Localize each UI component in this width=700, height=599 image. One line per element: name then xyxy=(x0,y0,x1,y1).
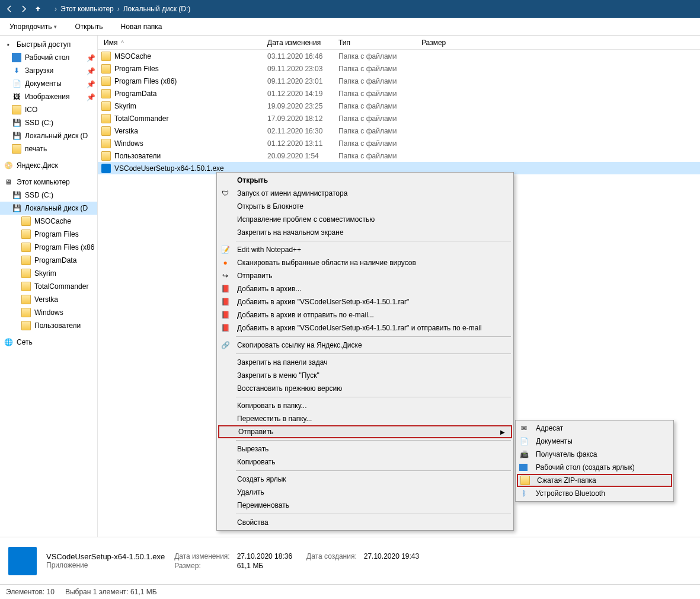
menu-pin-start[interactable]: Закрепить на начальном экране xyxy=(218,226,512,239)
column-name[interactable]: Имя^ xyxy=(101,39,267,47)
shield-icon: 🛡 xyxy=(220,189,230,198)
sidebar-local-d2[interactable]: 💾Локальный диск (D xyxy=(0,202,97,215)
file-row[interactable]: Skyrim19.09.2020 23:25Папка с файлами xyxy=(98,100,700,112)
sidebar-documents[interactable]: 📄Документы📌 xyxy=(0,77,97,90)
sidebar-desktop[interactable]: Рабочий стол📌 xyxy=(0,51,97,64)
menu-copy-yandex[interactable]: 🔗Скопировать ссылку на Яндекс.Диске xyxy=(218,339,512,352)
menu-delete[interactable]: Удалить xyxy=(218,486,512,499)
column-headers[interactable]: Имя^ Дата изменения Тип Размер xyxy=(98,36,700,50)
menu-open[interactable]: Открыть xyxy=(218,174,512,187)
menu-add-email[interactable]: 📕Добавить в архив и отправить по e-mail.… xyxy=(218,308,512,321)
yandex-icon: 📀 xyxy=(4,161,13,170)
npp-icon: 📝 xyxy=(220,245,230,254)
sidebar-folder[interactable]: Program Files xyxy=(0,228,97,241)
folder-icon xyxy=(21,230,31,239)
new-folder-button[interactable]: Новая папка xyxy=(116,21,167,32)
sidebar-folder[interactable]: Verstka xyxy=(0,293,97,306)
file-date: 01.12.2020 14:19 xyxy=(267,90,338,98)
file-name: Program Files xyxy=(114,65,159,73)
menu-scan-virus[interactable]: ●Сканировать выбранные области на наличи… xyxy=(218,256,512,269)
file-row[interactable]: Windows01.12.2020 13:11Папка с файлами xyxy=(98,137,700,149)
menu-copy[interactable]: Копировать xyxy=(218,455,512,469)
submenu-documents[interactable]: 📄Документы xyxy=(517,435,672,448)
back-button[interactable] xyxy=(4,3,15,15)
sidebar-ssd[interactable]: 💾SSD (C:) xyxy=(0,116,97,129)
file-type: Папка с файлами xyxy=(338,77,421,85)
menu-separator xyxy=(236,514,511,514)
menu-add-archive[interactable]: 📕Добавить в архив... xyxy=(218,282,512,295)
rar-icon: 📕 xyxy=(220,310,230,320)
column-type[interactable]: Тип xyxy=(338,39,421,47)
column-date[interactable]: Дата изменения xyxy=(267,39,338,47)
details-date-mod-label: Дата изменения: xyxy=(174,552,230,560)
menu-add-rar[interactable]: 📕Добавить в архив "VSCodeUserSetup-x64-1… xyxy=(218,295,512,308)
file-row[interactable]: Program Files (x86)09.11.2020 23:01Папка… xyxy=(98,75,700,87)
menu-copy-to[interactable]: Копировать в папку... xyxy=(218,399,512,412)
sidebar-quick-access[interactable]: ⋆Быстрый доступ xyxy=(0,38,97,51)
menu-open-notepad[interactable]: Открыть в Блокноте xyxy=(218,200,512,213)
submenu-bluetooth[interactable]: ᛒУстройство Bluetooth xyxy=(517,487,672,500)
menu-separator xyxy=(236,241,511,241)
sidebar-yandex[interactable]: 📀Яндекс.Диск xyxy=(0,159,97,172)
menu-properties[interactable]: Свойства xyxy=(218,516,512,529)
sidebar-network[interactable]: 🌐Сеть xyxy=(0,336,97,349)
menu-run-admin[interactable]: 🛡Запуск от имени администратора xyxy=(218,187,512,200)
sidebar-folder[interactable]: Skyrim xyxy=(0,267,97,280)
menu-edit-npp[interactable]: 📝Edit with Notepad++ xyxy=(218,243,512,256)
breadcrumb-item[interactable]: Локальный диск (D:) xyxy=(123,5,191,13)
sort-arrow-icon: ^ xyxy=(121,40,123,46)
sidebar-local-d[interactable]: 💾Локальный диск (D xyxy=(0,129,97,142)
file-row[interactable]: ProgramData01.12.2020 14:19Папка с файла… xyxy=(98,87,700,100)
folder-icon xyxy=(12,105,21,114)
sidebar-ico[interactable]: ICO xyxy=(0,103,97,116)
sidebar-folder[interactable]: Windows xyxy=(0,306,97,319)
sidebar-pictures[interactable]: 🖼Изображения📌 xyxy=(0,90,97,103)
file-name: Windows xyxy=(114,139,143,148)
menu-add-rar-email[interactable]: 📕Добавить в архив "VSCodeUserSetup-x64-1… xyxy=(218,321,512,334)
submenu-fax[interactable]: 📠Получатель факса xyxy=(517,448,672,461)
file-row[interactable]: Пользователи20.09.2020 1:54Папка с файла… xyxy=(98,149,700,162)
menu-send-to[interactable]: Отправить▶ xyxy=(218,425,512,438)
menu-cut[interactable]: Вырезать xyxy=(218,442,512,455)
file-name: VSCodeUserSetup-x64-1.50.1.exe xyxy=(114,164,224,173)
menu-send[interactable]: ↪Отправить xyxy=(218,269,512,282)
folder-icon xyxy=(12,144,21,154)
star-icon: ⋆ xyxy=(4,40,13,49)
file-row[interactable]: Program Files09.11.2020 23:03Папка с фай… xyxy=(98,62,700,75)
breadcrumb[interactable]: › Этот компьютер › Локальный диск (D:) xyxy=(51,5,190,13)
menu-restore-version[interactable]: Восстановить прежнюю версию xyxy=(218,382,512,395)
file-row[interactable]: TotalCommander17.09.2020 18:12Папка с фа… xyxy=(98,112,700,125)
menu-pin-startmenu[interactable]: Закрепить в меню "Пуск" xyxy=(218,369,512,382)
menu-troubleshoot[interactable]: Исправление проблем с совместимостью xyxy=(218,213,512,226)
menu-pin-taskbar[interactable]: Закрепить на панели задач xyxy=(218,356,512,369)
sidebar-folder[interactable]: Program Files (x86 xyxy=(0,241,97,254)
sidebar-ssd2[interactable]: 💾SSD (C:) xyxy=(0,189,97,202)
column-size[interactable]: Размер xyxy=(421,39,469,47)
forward-button[interactable] xyxy=(18,3,30,15)
sidebar-downloads[interactable]: ⬇Загрузки📌 xyxy=(0,64,97,77)
submenu-zip[interactable]: Сжатая ZIP-папка xyxy=(517,474,672,487)
sidebar-print[interactable]: печать xyxy=(0,142,97,155)
drive-icon: 💾 xyxy=(12,190,21,200)
documents-icon: 📄 xyxy=(519,436,529,446)
open-button[interactable]: Открыть xyxy=(70,21,107,32)
menu-rename[interactable]: Переименовать xyxy=(218,499,512,512)
sidebar-folder[interactable]: Пользователи xyxy=(0,319,97,332)
sidebar-folder[interactable]: ProgramData xyxy=(0,254,97,267)
file-row[interactable]: Verstka02.11.2020 16:30Папка с файлами xyxy=(98,125,700,137)
sidebar-this-pc[interactable]: 🖥Этот компьютер xyxy=(0,176,97,189)
breadcrumb-item[interactable]: Этот компьютер xyxy=(60,5,114,13)
up-button[interactable] xyxy=(32,3,44,15)
sidebar-folder[interactable]: MSOCache xyxy=(0,215,97,228)
menu-move-to[interactable]: Переместить в папку... xyxy=(218,412,512,425)
submenu-arrow-icon: ▶ xyxy=(500,429,505,435)
sidebar-folder[interactable]: TotalCommander xyxy=(0,280,97,293)
menu-create-shortcut[interactable]: Создать ярлык xyxy=(218,473,512,486)
submenu-desktop[interactable]: Рабочий стол (создать ярлык) xyxy=(517,461,672,474)
folder-icon xyxy=(101,64,111,74)
navigation-pane[interactable]: ⋆Быстрый доступ Рабочий стол📌 ⬇Загрузки📌… xyxy=(0,36,98,537)
organize-button[interactable]: Упорядочить▾ xyxy=(5,21,62,32)
submenu-addressee[interactable]: ✉Адресат xyxy=(517,422,672,435)
file-date: 09.11.2020 23:03 xyxy=(267,65,338,73)
file-row[interactable]: MSOCache03.11.2020 16:46Папка с файлами xyxy=(98,50,700,62)
